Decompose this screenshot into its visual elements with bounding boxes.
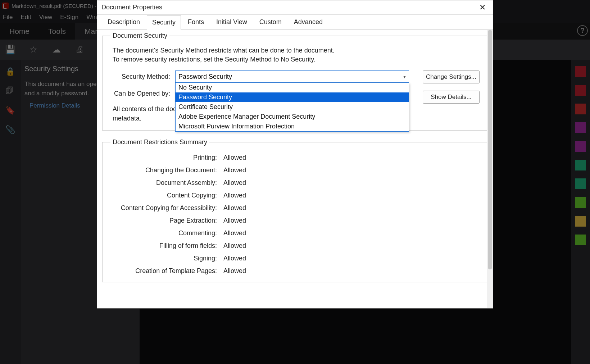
tool-icon[interactable] bbox=[575, 104, 586, 114]
option-password-security[interactable]: Password Security bbox=[176, 92, 409, 102]
tool-icon[interactable] bbox=[575, 122, 586, 133]
acrobat-logo-icon bbox=[2, 3, 9, 9]
restriction-value: Allowed bbox=[223, 179, 480, 187]
tab-initial-view[interactable]: Initial View bbox=[211, 15, 253, 29]
tab-tools[interactable]: Tools bbox=[39, 23, 75, 40]
pages-icon[interactable]: 🗐 bbox=[5, 86, 15, 96]
dialog-tabs: Description Security Fonts Initial View … bbox=[97, 15, 493, 30]
security-method-value: Password Security bbox=[178, 73, 232, 81]
chevron-down-icon: ▾ bbox=[403, 74, 406, 79]
save-icon[interactable]: 💾 bbox=[5, 44, 16, 55]
cloud-upload-icon[interactable]: ☁ bbox=[51, 44, 62, 55]
menu-esign[interactable]: E-Sign bbox=[60, 14, 78, 21]
help-icon[interactable]: ? bbox=[577, 25, 588, 36]
restriction-key: Filling of form fields: bbox=[116, 242, 217, 250]
document-security-legend: Document Security bbox=[110, 32, 169, 40]
close-icon[interactable]: ✕ bbox=[476, 1, 489, 14]
restriction-value: Allowed bbox=[223, 204, 480, 212]
dialog-title: Document Properties bbox=[101, 4, 162, 11]
document-properties-dialog: Document Properties ✕ Description Securi… bbox=[97, 0, 493, 309]
restriction-key: Creation of Template Pages: bbox=[116, 267, 217, 275]
restrictions-legend: Document Restrictions Summary bbox=[110, 138, 209, 146]
option-aem-security[interactable]: Adobe Experience Manager Document Securi… bbox=[176, 112, 409, 122]
tab-advanced[interactable]: Advanced bbox=[289, 15, 328, 29]
tab-security[interactable]: Security bbox=[147, 15, 181, 30]
option-purview-security[interactable]: Microsoft Purview Information Protection bbox=[176, 122, 409, 131]
restriction-key: Changing the Document: bbox=[116, 167, 217, 174]
restriction-value: Allowed bbox=[223, 167, 480, 174]
menu-edit[interactable]: Edit bbox=[21, 14, 31, 21]
left-rail: 🔒 🗐 🔖 📎 bbox=[0, 60, 21, 364]
tab-home[interactable]: Home bbox=[0, 23, 39, 40]
restriction-value: Allowed bbox=[223, 217, 480, 224]
option-no-security[interactable]: No Security bbox=[176, 83, 409, 92]
restriction-value: Allowed bbox=[223, 255, 480, 262]
restriction-value: Allowed bbox=[223, 267, 480, 275]
document-security-fieldset: Document Security The document's Securit… bbox=[102, 32, 488, 131]
restriction-key: Signing: bbox=[116, 255, 217, 262]
restriction-key: Content Copying for Accessibility: bbox=[116, 204, 217, 212]
security-intro-text: The document's Security Method restricts… bbox=[113, 46, 343, 64]
restriction-value: Allowed bbox=[223, 242, 480, 250]
show-details-button[interactable]: Show Details... bbox=[423, 91, 480, 104]
star-icon[interactable]: ☆ bbox=[28, 44, 39, 55]
print-icon[interactable]: 🖨 bbox=[74, 44, 85, 55]
window-title: Markdown_result.pdf (SECURED) - A bbox=[12, 3, 101, 9]
restriction-value: Allowed bbox=[223, 192, 480, 199]
menu-file[interactable]: File bbox=[3, 14, 13, 21]
scrollbar-thumb[interactable] bbox=[488, 30, 492, 269]
attachment-icon[interactable]: 📎 bbox=[5, 125, 15, 135]
tool-icon[interactable] bbox=[575, 85, 586, 96]
tool-icon[interactable] bbox=[575, 66, 586, 77]
restriction-key: Commenting: bbox=[116, 229, 217, 237]
security-method-dropdown: No Security Password Security Certificat… bbox=[175, 83, 409, 132]
security-method-select[interactable]: Password Security ▾ bbox=[175, 70, 409, 83]
restriction-key: Printing: bbox=[116, 154, 217, 161]
dialog-scrollbar[interactable] bbox=[487, 30, 493, 308]
right-tool-rail bbox=[571, 60, 590, 364]
security-method-label: Security Method: bbox=[110, 73, 175, 81]
tool-icon[interactable] bbox=[575, 160, 586, 170]
restriction-key: Document Assembly: bbox=[116, 179, 217, 187]
restriction-key: Content Copying: bbox=[116, 192, 217, 199]
tool-icon[interactable] bbox=[575, 235, 586, 245]
tool-icon[interactable] bbox=[575, 216, 586, 227]
restrictions-fieldset: Document Restrictions Summary Printing:A… bbox=[102, 138, 488, 282]
restriction-key: Page Extraction: bbox=[116, 217, 217, 224]
tab-custom[interactable]: Custom bbox=[254, 15, 287, 29]
opened-by-label: Can be Opened by: bbox=[110, 90, 175, 97]
tab-fonts[interactable]: Fonts bbox=[182, 15, 209, 29]
lock-icon[interactable]: 🔒 bbox=[5, 67, 15, 77]
permission-details-link[interactable]: Permission Details bbox=[30, 102, 80, 109]
restriction-value: Allowed bbox=[223, 229, 480, 237]
bookmark-icon[interactable]: 🔖 bbox=[5, 106, 15, 116]
tab-description[interactable]: Description bbox=[102, 15, 145, 29]
option-certificate-security[interactable]: Certificate Security bbox=[176, 102, 409, 112]
tool-icon[interactable] bbox=[575, 141, 586, 152]
menu-view[interactable]: View bbox=[39, 14, 53, 21]
restriction-value: Allowed bbox=[223, 154, 480, 161]
tool-icon[interactable] bbox=[575, 178, 586, 189]
tool-icon[interactable] bbox=[575, 197, 586, 208]
change-settings-button[interactable]: Change Settings... bbox=[423, 70, 480, 83]
